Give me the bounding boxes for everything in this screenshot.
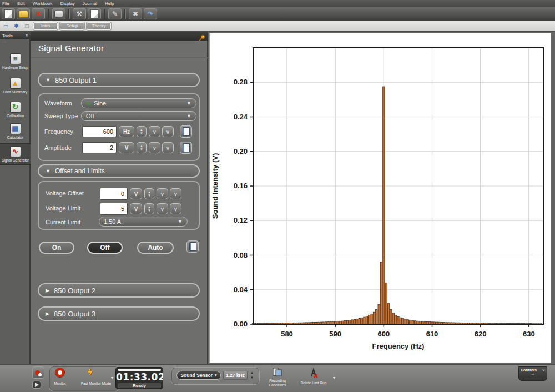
toolbar-button-undo-arrow[interactable]: ↷ bbox=[144, 8, 157, 19]
bar-frequency-603[interactable] bbox=[397, 316, 399, 324]
menu-item-edit[interactable]: Edit bbox=[17, 1, 25, 6]
bar-frequency-601[interactable] bbox=[387, 304, 389, 324]
bar-frequency-601.5[interactable] bbox=[390, 310, 392, 324]
menu-item-help[interactable]: Help bbox=[105, 1, 114, 6]
bar-frequency-593.5[interactable] bbox=[351, 320, 353, 324]
toolbar-button-expand[interactable]: ✖ bbox=[129, 8, 142, 19]
toolbar-button-new-page[interactable] bbox=[2, 8, 15, 19]
fft-bar-chart[interactable]: 5805906006106206300.000.040.080.120.160.… bbox=[210, 33, 552, 364]
voltage-limit-unit-button[interactable]: V bbox=[130, 203, 142, 214]
bar-frequency-606[interactable] bbox=[412, 320, 413, 324]
output-auto-button[interactable]: Auto bbox=[137, 242, 174, 254]
bar-frequency-596.5[interactable] bbox=[366, 316, 367, 324]
chevron-down-icon[interactable]: ▾ bbox=[333, 375, 335, 380]
menu-item-journal[interactable]: Journal bbox=[83, 1, 97, 6]
bar-frequency-595.5[interactable] bbox=[361, 318, 362, 324]
frequency-increase-button[interactable]: ∨ bbox=[162, 126, 174, 137]
output1-properties-button[interactable] bbox=[186, 240, 199, 253]
voltage-offset-increase-button[interactable]: ∨ bbox=[170, 188, 181, 199]
toolbar-button-delete-page[interactable]: ✖ bbox=[32, 8, 45, 19]
bar-frequency-604[interactable] bbox=[402, 319, 404, 324]
waveform-dropdown[interactable]: ∿ Sine ▼ bbox=[81, 98, 196, 108]
tab-setup[interactable]: Setup bbox=[60, 22, 84, 30]
close-icon[interactable]: ✕ bbox=[542, 368, 545, 372]
toolbar-button-open-folder[interactable] bbox=[17, 8, 30, 19]
bar-frequency-598.5[interactable] bbox=[376, 310, 377, 324]
toolbar-button-blank-page[interactable] bbox=[88, 8, 101, 19]
recording-conditions-button[interactable] bbox=[266, 367, 289, 379]
sample-rate-stepper[interactable]: ▴▾ bbox=[249, 370, 255, 381]
bar-frequency-602.5[interactable] bbox=[395, 315, 397, 324]
frequency-input[interactable]: 600 bbox=[82, 126, 117, 137]
voltage-limit-decrease-button[interactable]: ∨ bbox=[157, 203, 168, 214]
toolbar-button-tools-wrench[interactable]: ⚒ bbox=[73, 8, 86, 19]
current-limit-dropdown[interactable]: 1.50 A ▼ bbox=[99, 217, 188, 227]
bar-frequency-597[interactable] bbox=[369, 315, 370, 324]
tabstrip-add-page-button[interactable]: ▭ bbox=[2, 22, 10, 29]
output3-section-header[interactable]: ▶ 850 Output 3 bbox=[38, 306, 200, 321]
bar-frequency-599[interactable] bbox=[378, 304, 380, 324]
bar-frequency-600[interactable] bbox=[383, 87, 385, 324]
sidebar-item-calculator[interactable]: ▦Calculator bbox=[0, 123, 31, 139]
bar-frequency-595[interactable] bbox=[359, 318, 360, 324]
sensor-dropdown[interactable]: Sound Sensor ▾ bbox=[176, 371, 221, 380]
bar-frequency-596[interactable] bbox=[364, 317, 365, 324]
sweep-type-dropdown[interactable]: Off ▼ bbox=[81, 111, 196, 121]
bar-frequency-605[interactable] bbox=[407, 320, 408, 324]
frequency-stepper[interactable]: ▲▼ bbox=[137, 126, 147, 137]
amplitude-input[interactable]: 2 bbox=[82, 142, 117, 153]
voltage-limit-increase-button[interactable]: ∨ bbox=[170, 203, 181, 214]
bar-frequency-603.5[interactable] bbox=[400, 318, 401, 324]
close-icon[interactable]: ✕ bbox=[25, 33, 28, 38]
tabstrip-page-options-gear-button[interactable]: ✱ bbox=[12, 22, 21, 29]
delete-last-run-button[interactable] bbox=[305, 368, 322, 381]
sidebar-grip-handle[interactable]: : : bbox=[0, 40, 31, 44]
offset-limits-section-header[interactable]: ▼ Offset and Limits bbox=[38, 164, 200, 178]
pushpin-icon[interactable] bbox=[199, 33, 205, 40]
output2-section-header[interactable]: ▶ 850 Output 2 bbox=[38, 283, 200, 298]
flag-button[interactable] bbox=[32, 381, 41, 389]
voltage-limit-input[interactable]: 5 bbox=[100, 203, 128, 215]
bar-frequency-594[interactable] bbox=[354, 319, 355, 324]
output-on-button[interactable]: On bbox=[39, 242, 74, 254]
sidebar-item-data-summary[interactable]: ▲Data Summary bbox=[0, 78, 31, 94]
chevron-down-icon[interactable]: ▾ bbox=[111, 375, 113, 380]
amplitude-increase-button[interactable]: ∨ bbox=[162, 142, 174, 153]
bar-frequency-597.5[interactable] bbox=[371, 314, 372, 324]
toolbar-button-print[interactable] bbox=[52, 8, 65, 19]
bar-frequency-604.5[interactable] bbox=[405, 319, 406, 324]
tab-intro[interactable]: Intro bbox=[33, 22, 58, 30]
amplitude-unit-button[interactable]: V bbox=[119, 142, 134, 153]
amplitude-properties-button[interactable] bbox=[180, 142, 192, 154]
frequency-unit-button[interactable]: Hz bbox=[119, 126, 134, 137]
monitor-button[interactable] bbox=[56, 368, 64, 379]
sidebar-item-signal-generator[interactable]: ∿Signal Generator bbox=[0, 143, 31, 165]
bar-frequency-600.5[interactable] bbox=[385, 283, 387, 324]
sidebar-item-hardware-setup[interactable]: ≡Hardware Setup bbox=[0, 53, 31, 69]
menu-item-display[interactable]: Display bbox=[60, 1, 75, 6]
voltage-limit-stepper[interactable]: ▲▼ bbox=[144, 203, 154, 214]
amplitude-stepper[interactable]: ▲▼ bbox=[137, 142, 147, 153]
voltage-offset-stepper[interactable]: ▲▼ bbox=[144, 188, 154, 199]
tabstrip-new-blank-page-button[interactable]: □ bbox=[23, 22, 31, 29]
bar-frequency-598[interactable] bbox=[373, 312, 375, 324]
bar-frequency-602[interactable] bbox=[392, 313, 394, 324]
sidebar-item-calibration[interactable]: ↻Calibration bbox=[0, 102, 31, 118]
bar-frequency-599.5[interactable] bbox=[380, 262, 382, 324]
amplitude-decrease-button[interactable]: ∨ bbox=[149, 142, 160, 153]
bar-frequency-594.5[interactable] bbox=[356, 319, 358, 324]
output1-section-header[interactable]: ▼ 850 Output 1 bbox=[38, 73, 200, 87]
bar-frequency-593[interactable] bbox=[349, 320, 351, 324]
controls-palette-tab[interactable]: Controls ✕ •• bbox=[518, 366, 547, 381]
frequency-properties-button[interactable] bbox=[180, 125, 192, 138]
voltage-offset-unit-button[interactable]: V bbox=[130, 188, 142, 199]
frequency-decrease-button[interactable]: ∨ bbox=[149, 126, 160, 137]
bar-frequency-605.5[interactable] bbox=[410, 320, 411, 324]
fast-monitor-button[interactable]: ϟ bbox=[88, 367, 92, 377]
bar-frequency-592.5[interactable] bbox=[346, 320, 348, 324]
tab-theory[interactable]: Theory bbox=[87, 22, 111, 30]
voltage-offset-decrease-button[interactable]: ∨ bbox=[157, 188, 168, 199]
menu-item-file[interactable]: File bbox=[2, 1, 9, 6]
output-off-button[interactable]: Off bbox=[87, 242, 123, 254]
voltage-offset-input[interactable]: 0 bbox=[100, 188, 128, 200]
